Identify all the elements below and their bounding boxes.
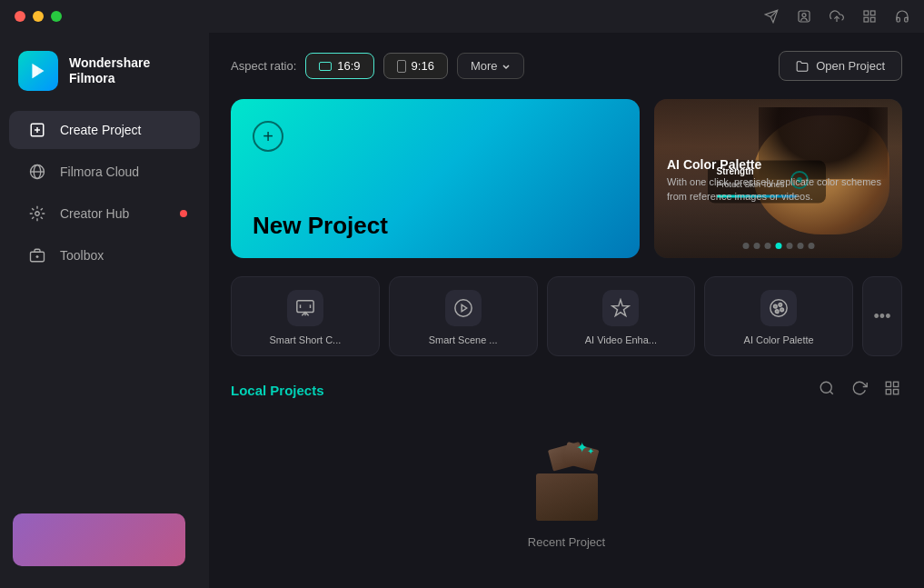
- main-content: Aspect ratio: 16:9 9:16 More Open Projec…: [209, 33, 924, 588]
- grid-icon[interactable]: [862, 9, 877, 24]
- svg-point-24: [779, 304, 782, 307]
- ai-video-enhance-label: AI Video Enha...: [585, 334, 657, 346]
- sidebar-item-create-project[interactable]: Create Project: [9, 111, 200, 149]
- cloud-upload-icon[interactable]: [830, 9, 844, 24]
- box-body: [536, 473, 598, 521]
- headset-icon[interactable]: [895, 9, 909, 24]
- more-aspect-ratios-button[interactable]: More: [457, 53, 524, 79]
- toolbox-icon: [27, 247, 47, 264]
- title-bar: [0, 0, 924, 33]
- svg-rect-29: [886, 383, 890, 387]
- sidebar-bottom: [0, 503, 209, 577]
- svg-rect-32: [894, 390, 899, 394]
- creator-hub-notification-dot: [180, 210, 187, 217]
- ai-video-enhance-icon: [602, 290, 639, 326]
- toolbar: Aspect ratio: 16:9 9:16 More Open Projec…: [231, 51, 902, 81]
- maximize-button[interactable]: [51, 11, 62, 22]
- smart-scene-label: Smart Scene ...: [429, 334, 498, 346]
- header-actions: [817, 378, 902, 403]
- person-badge-icon[interactable]: [797, 9, 811, 24]
- create-project-label: Create Project: [60, 123, 141, 137]
- smart-short-clip-icon: [287, 290, 323, 326]
- ai-color-palette-label: AI Color Palette: [744, 334, 814, 346]
- refresh-projects-button[interactable]: [849, 378, 869, 403]
- avatar-preview[interactable]: [13, 513, 185, 566]
- tool-smart-scene[interactable]: Smart Scene ...: [389, 276, 538, 356]
- svg-point-27: [820, 383, 831, 394]
- smart-scene-icon: [445, 290, 482, 326]
- app-logo: Wondershare Filmora: [0, 44, 209, 109]
- svg-point-22: [770, 300, 787, 316]
- tool-ai-video-enhance[interactable]: AI Video Enha...: [547, 276, 696, 356]
- sidebar-item-filmora-cloud[interactable]: Filmora Cloud: [9, 153, 200, 191]
- tools-more-button[interactable]: •••: [862, 276, 902, 356]
- sidebar: Wondershare Filmora Create Project Filmo…: [0, 33, 209, 588]
- svg-point-26: [775, 310, 779, 314]
- svg-rect-31: [886, 390, 890, 394]
- tools-more-icon: •••: [874, 307, 891, 326]
- dot-4: [775, 243, 781, 249]
- filmora-cloud-label: Filmora Cloud: [60, 164, 139, 179]
- dot-7: [808, 243, 814, 249]
- dot-1: [742, 243, 749, 249]
- window-controls[interactable]: [15, 11, 62, 22]
- sidebar-item-toolbox[interactable]: Toolbox: [9, 236, 200, 274]
- empty-state: ✦ ✦ Recent Project: [231, 421, 902, 558]
- svg-marker-21: [462, 304, 467, 311]
- creator-hub-label: Creator Hub: [60, 206, 129, 221]
- title-bar-actions: [764, 9, 909, 24]
- local-projects-header: Local Projects: [231, 378, 902, 403]
- svg-rect-14: [320, 62, 332, 70]
- app-name: Wondershare Filmora: [69, 55, 150, 86]
- minimize-button[interactable]: [33, 11, 44, 22]
- feature-info: AI Color Palette With one click, precise…: [667, 157, 889, 204]
- sparkle-small-icon: ✦: [587, 446, 594, 456]
- svg-point-25: [780, 308, 784, 312]
- feature-card[interactable]: Strength Protect Skin Tones AI Color Pal…: [654, 99, 902, 258]
- svg-point-20: [454, 300, 471, 316]
- new-project-plus-icon: +: [253, 121, 283, 152]
- aspect-ratio-9-16-button[interactable]: 9:16: [383, 53, 448, 79]
- svg-rect-0: [799, 11, 810, 22]
- dot-6: [797, 243, 803, 249]
- svg-rect-4: [870, 11, 875, 15]
- new-project-title: New Project: [253, 212, 388, 240]
- svg-rect-3: [864, 11, 869, 15]
- local-projects-title: Local Projects: [231, 383, 324, 398]
- svg-point-1: [802, 14, 806, 17]
- ai-color-palette-icon: [760, 290, 797, 326]
- smart-short-clip-label: Smart Short C...: [269, 334, 341, 346]
- new-project-card[interactable]: + New Project: [231, 99, 640, 258]
- filmora-cloud-icon: [27, 164, 47, 180]
- share-icon[interactable]: [764, 9, 779, 24]
- cards-row: + New Project Strength Protect Skin Tone…: [231, 99, 902, 258]
- sidebar-item-creator-hub[interactable]: Creator Hub: [9, 194, 200, 233]
- svg-rect-6: [870, 17, 875, 22]
- svg-point-23: [774, 304, 778, 308]
- toolbox-label: Toolbox: [60, 248, 104, 263]
- svg-line-28: [830, 392, 832, 394]
- tool-smart-short-clip[interactable]: Smart Short C...: [231, 276, 380, 356]
- aspect-ratio-16-9-button[interactable]: 16:9: [305, 53, 373, 79]
- search-projects-button[interactable]: [817, 378, 837, 403]
- close-button[interactable]: [15, 11, 25, 22]
- empty-box-illustration: ✦ ✦: [522, 439, 612, 521]
- aspect-ratio-label: Aspect ratio:: [231, 59, 296, 73]
- feature-card-dots: [742, 243, 814, 249]
- creator-hub-icon: [27, 205, 47, 222]
- create-project-icon: [27, 122, 47, 138]
- dot-2: [753, 243, 760, 249]
- grid-view-button[interactable]: [882, 378, 902, 403]
- svg-rect-5: [864, 17, 869, 22]
- open-project-button[interactable]: Open Project: [779, 51, 902, 81]
- dot-3: [764, 243, 770, 249]
- logo-icon: [18, 51, 58, 91]
- svg-point-10: [35, 212, 40, 216]
- svg-rect-16: [297, 301, 313, 313]
- svg-rect-30: [894, 383, 899, 387]
- tool-ai-color-palette[interactable]: AI Color Palette: [704, 276, 853, 356]
- dot-5: [786, 243, 792, 249]
- aspect-ratio-group: Aspect ratio: 16:9 9:16 More: [231, 53, 524, 79]
- svg-rect-15: [397, 60, 405, 72]
- empty-state-label: Recent Project: [528, 535, 605, 549]
